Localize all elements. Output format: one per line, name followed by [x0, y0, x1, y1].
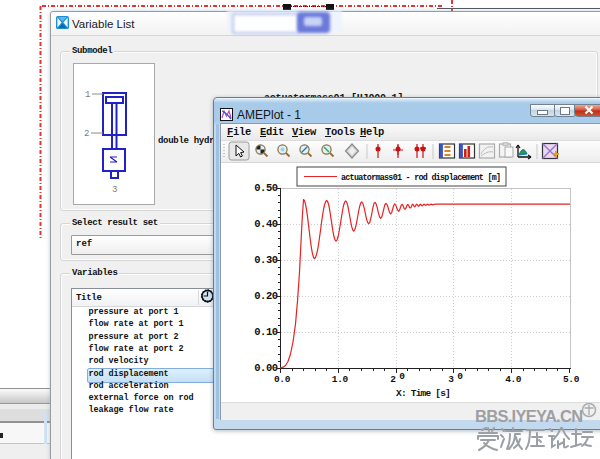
svg-text:0.40: 0.40 — [254, 218, 277, 230]
svg-text:0.0: 0.0 — [274, 374, 291, 385]
svg-text:0.30: 0.30 — [254, 254, 277, 266]
svg-text:0.20: 0.20 — [254, 290, 277, 302]
svg-text:3: 3 — [112, 185, 117, 195]
svg-text:3: 3 — [448, 374, 454, 385]
svg-text:0: 0 — [399, 371, 405, 382]
svg-text:actuatormass01 - rod displacem: actuatormass01 - rod displacement [m] — [341, 173, 500, 183]
svg-text:4.0: 4.0 — [505, 374, 522, 385]
svg-text:2: 2 — [390, 374, 396, 385]
svg-text:0.50: 0.50 — [254, 182, 277, 194]
svg-text:5.0: 5.0 — [563, 374, 580, 385]
svg-text:0: 0 — [457, 371, 463, 382]
svg-text:0.10: 0.10 — [254, 326, 277, 338]
svg-text:1: 1 — [85, 90, 90, 100]
svg-text:2: 2 — [84, 129, 89, 139]
svg-text:1.0: 1.0 — [332, 374, 349, 385]
svg-text:0.00: 0.00 — [254, 362, 277, 374]
svg-text:X: Time [s]: X: Time [s] — [396, 388, 450, 399]
